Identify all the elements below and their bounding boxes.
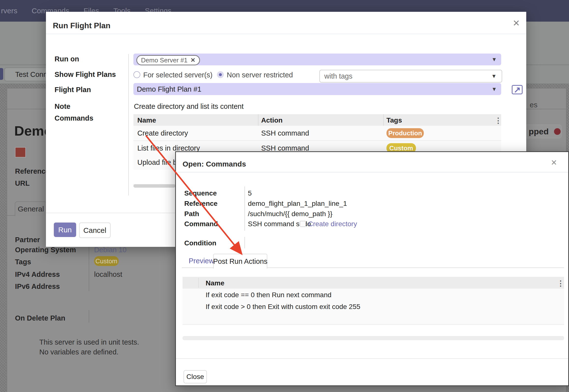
- commands-table-header: Name Action Tags ⋮: [133, 114, 501, 126]
- tags-filter-value: with tags: [324, 72, 352, 80]
- tags-filter-select[interactable]: with tags ▾: [319, 70, 502, 83]
- radio-for-selected-servers[interactable]: [133, 71, 140, 78]
- external-link-icon[interactable]: ↗: [512, 85, 523, 94]
- col-tags[interactable]: Tags: [386, 116, 402, 124]
- server-tag-label: Custom: [95, 257, 117, 265]
- commands-label: Commands: [55, 114, 93, 122]
- os-value[interactable]: Debian 10: [94, 246, 127, 254]
- commands-modal-footer-divider: [176, 358, 568, 359]
- commands-label-divider: [244, 186, 245, 231]
- post-action-row[interactable]: If exit code > 0 then Exit with custom e…: [183, 300, 564, 313]
- flight-plan-value: Demo Flight Plan #1: [137, 85, 201, 93]
- post-scrollbar-thumb[interactable]: [183, 336, 564, 340]
- note-value: Create directory and list its content: [134, 102, 243, 111]
- post-action-label: If exit code == 0 then Run next command: [206, 291, 331, 299]
- condition-label: Condition: [184, 239, 216, 247]
- reference-value: demo_flight_plan_1_plan_line_1: [248, 200, 347, 208]
- radio-for-selected-servers-label[interactable]: For selected server(s): [143, 71, 213, 79]
- field-separator: [89, 244, 89, 291]
- commands-modal-title: Open: Commands: [183, 160, 246, 168]
- run-button[interactable]: Run: [54, 223, 76, 237]
- nav-item-servers[interactable]: rvers: [1, 7, 17, 15]
- partner-label: Partner: [15, 236, 40, 244]
- row-tag-label: Custom: [389, 144, 413, 152]
- run-on-label: Run on: [55, 55, 79, 63]
- server-title: Demo: [14, 123, 46, 139]
- primary-button-fragment[interactable]: [0, 68, 3, 80]
- show-flight-plans-label: Show Flight Plans: [55, 70, 116, 79]
- path-value: /such/much/{{ demo_path }}: [248, 210, 332, 218]
- cancel-button[interactable]: Cancel: [79, 223, 111, 238]
- radio-non-server-restricted-label[interactable]: Non server restricted: [227, 71, 293, 79]
- run-modal-header-divider: [46, 34, 526, 34]
- tags-label: Tags: [15, 258, 31, 266]
- run-button-label: Run: [58, 226, 72, 234]
- server-tag-badge: Custom: [94, 256, 119, 266]
- sequence-value: 5: [248, 189, 252, 197]
- tab-preview[interactable]: Preview: [189, 257, 214, 265]
- caret-down-icon[interactable]: ▾: [493, 85, 496, 93]
- command-label: Command: [184, 220, 218, 228]
- screen: rvers Commands Files Tools Settings Test…: [0, 0, 569, 392]
- tab-post-run-actions-label: Post Run Actions: [213, 257, 268, 266]
- ipv6-label: IPv6 Address: [15, 282, 60, 291]
- smart-button-fragment[interactable]: es: [530, 101, 538, 109]
- tab-general[interactable]: General: [15, 201, 47, 216]
- notebook-divider: [7, 215, 15, 216]
- server-color-swatch[interactable]: [15, 147, 26, 157]
- path-label: Path: [184, 210, 199, 218]
- post-actions-table-header: Name ⋮: [183, 277, 564, 289]
- server-chip[interactable]: Demo Server #1 ✕: [136, 55, 200, 65]
- radio-non-server-restricted[interactable]: [217, 71, 224, 78]
- commands-modal-header-divider: [176, 172, 568, 172]
- os-label: Operating System: [15, 246, 76, 254]
- condition-label-divider: [244, 237, 245, 248]
- cancel-button-label: Cancel: [83, 226, 106, 235]
- caret-down-icon[interactable]: ▾: [493, 56, 496, 63]
- create-directory-link[interactable]: Create directory: [308, 220, 357, 228]
- tab-post-run-actions[interactable]: Post Run Actions: [213, 254, 267, 268]
- close-button[interactable]: Close: [184, 370, 207, 383]
- col-action[interactable]: Action: [261, 116, 283, 124]
- url-label: URL: [15, 179, 30, 187]
- post-table-options-icon[interactable]: ⋮: [557, 279, 564, 288]
- run-modal-title: Run Flight Plan: [53, 21, 111, 30]
- reference-field-label: Reference: [184, 200, 217, 208]
- sequence-label: Sequence: [184, 189, 217, 197]
- server-status-badge[interactable]: pped: [525, 125, 562, 138]
- post-action-row[interactable]: If exit code == 0 then Run next command: [183, 289, 564, 301]
- table-options-icon[interactable]: ⋮: [495, 116, 502, 125]
- close-button-label: Close: [186, 373, 204, 381]
- run-modal-close-icon[interactable]: ×: [513, 17, 520, 28]
- post-action-label: If exit code > 0 then Exit with custom e…: [206, 303, 360, 311]
- flight-plan-select[interactable]: Demo Flight Plan #1 ▾: [133, 83, 501, 95]
- ipv4-label: IPv4 Address: [15, 270, 60, 279]
- chip-remove-icon[interactable]: ✕: [190, 57, 195, 64]
- field-separator-2: [89, 310, 89, 323]
- ipv4-value: localhost: [94, 270, 122, 279]
- row-action: SSH command: [261, 129, 309, 137]
- table-row[interactable]: Create directory SSH command Production: [133, 126, 501, 141]
- col-divider: [258, 114, 258, 126]
- server-chip-label: Demo Server #1: [141, 56, 187, 64]
- note-label: Note: [55, 102, 70, 111]
- row-name: Upload file by: [137, 158, 181, 167]
- horizontal-scrollbar-thumb[interactable]: [133, 184, 175, 188]
- open-commands-modal: Open: Commands × Sequence Reference Path…: [175, 151, 569, 386]
- post-table-empty-row: [183, 312, 564, 325]
- caret-down-icon[interactable]: ▾: [492, 72, 496, 80]
- flight-plan-label: Flight Plan: [55, 86, 91, 94]
- tab-general-label: General: [18, 205, 44, 213]
- row-tag-badge: Production: [386, 128, 424, 138]
- commands-modal-close-icon[interactable]: ×: [551, 157, 557, 167]
- row-tag-label: Production: [388, 129, 422, 137]
- run-on-select[interactable]: Demo Server #1 ✕ ▾: [133, 54, 501, 65]
- unit-test-note: This server is used in unit tests.: [39, 338, 139, 346]
- col-divider: [198, 278, 199, 288]
- col-name[interactable]: Name: [137, 116, 156, 124]
- create-directory-checkbox[interactable]: [300, 221, 306, 227]
- col-divider: [383, 114, 384, 126]
- post-col-name[interactable]: Name: [206, 279, 224, 287]
- row-name: Create directory: [137, 129, 188, 137]
- on-delete-plan-label: On Delete Plan: [15, 314, 65, 322]
